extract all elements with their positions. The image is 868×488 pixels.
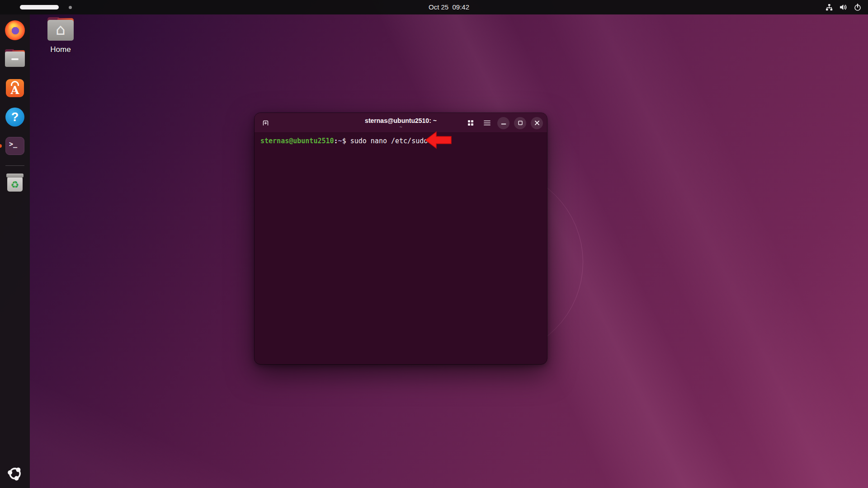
minimize-icon — [501, 120, 506, 126]
volume-icon — [839, 3, 848, 11]
left-arrow-icon — [425, 131, 453, 150]
dock-separator — [5, 165, 24, 166]
home-icon-label: Home — [50, 45, 71, 54]
bag-handle-icon — [11, 81, 19, 86]
tab-overview-icon — [467, 119, 474, 127]
workspace-indicator-secondary[interactable] — [69, 6, 72, 9]
dock-item-firefox[interactable] — [5, 20, 25, 41]
running-indicator-dot — [0, 144, 2, 148]
files-folder-icon — [5, 52, 25, 67]
firefox-icon — [5, 20, 25, 40]
red-arrow-annotation — [425, 131, 453, 151]
workspace-indicator-active[interactable] — [20, 5, 59, 9]
terminal-window: sternas@ubuntu2510: ~ ~ — [255, 113, 547, 364]
hamburger-menu-icon — [483, 120, 491, 126]
prompt-symbol: $ — [342, 137, 350, 145]
minimize-button[interactable] — [497, 117, 509, 129]
prompt-path: ~ — [338, 137, 342, 145]
ubuntu-dock: A ? >_ ♻ — [0, 14, 30, 488]
tab-overview-button[interactable] — [465, 116, 476, 130]
terminal-content[interactable]: sternas@ubuntu2510:~$ sudo nano /etc/sud… — [255, 133, 547, 364]
maximize-icon — [518, 120, 523, 126]
show-apps-button[interactable] — [6, 465, 24, 483]
dock-item-trash[interactable]: ♻ — [5, 172, 25, 193]
new-tab-button[interactable] — [258, 116, 273, 130]
network-wired-icon — [825, 3, 833, 11]
terminal-icon: >_ — [5, 137, 24, 155]
dock-item-help[interactable]: ? — [5, 107, 25, 127]
new-tab-icon — [262, 119, 269, 127]
dock-item-files[interactable] — [5, 49, 25, 70]
dock-item-app-center[interactable]: A — [5, 78, 25, 99]
close-icon — [534, 120, 540, 126]
gnome-top-bar: Oct 25 09:42 — [0, 0, 868, 14]
app-center-icon: A — [6, 79, 24, 97]
quick-settings-menu[interactable] — [822, 0, 864, 14]
main-menu-button[interactable] — [481, 116, 493, 130]
close-button[interactable] — [531, 117, 543, 129]
maximize-button[interactable] — [514, 117, 526, 129]
help-icon: ? — [5, 108, 24, 127]
terminal-titlebar[interactable]: sternas@ubuntu2510: ~ ~ — [255, 113, 547, 133]
ubuntu-logo-icon — [6, 465, 24, 484]
ubuntu-desktop: Oct 25 09:42 — [0, 0, 868, 488]
home-folder-icon: ⌂ — [47, 20, 74, 41]
power-icon — [854, 3, 862, 11]
prompt-user-host: sternas@ubuntu2510 — [260, 137, 334, 145]
desktop-icon-home[interactable]: ⌂ Home — [44, 20, 77, 54]
prompt-separator: : — [334, 137, 338, 145]
clock-menu[interactable]: Oct 25 09:42 — [429, 0, 469, 14]
dock-item-terminal[interactable]: >_ — [5, 136, 25, 156]
trash-icon: ♻ — [6, 174, 24, 192]
